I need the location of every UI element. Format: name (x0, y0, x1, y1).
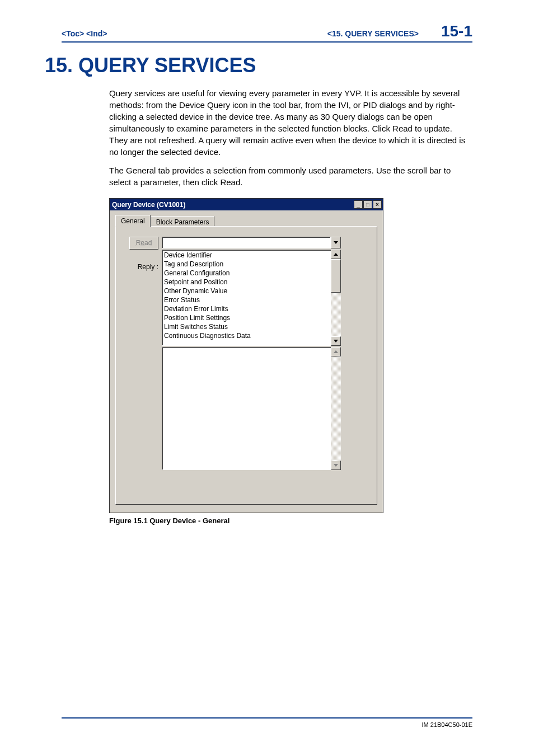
list-item[interactable]: Limit Switches Status (164, 322, 329, 331)
reply-label: Reply : (124, 263, 158, 271)
list-item[interactable]: General Configuration (164, 269, 329, 278)
tab-general[interactable]: General (115, 215, 151, 227)
tabs-row: General Block Parameters (115, 215, 377, 227)
chapter-title: 15. QUERY SERVICES (45, 54, 472, 77)
close-button[interactable]: × (373, 200, 382, 209)
list-item[interactable]: Other Dynamic Value (164, 287, 329, 295)
list-item[interactable]: Tag and Description (164, 260, 329, 269)
chevron-down-icon (334, 464, 338, 467)
list-item[interactable]: Device Identifier (164, 251, 329, 260)
chevron-down-icon (334, 340, 338, 342)
maximize-button[interactable]: □ (363, 200, 372, 209)
figure-caption: Figure 15.1 Query Device - General (109, 516, 383, 525)
chevron-down-icon (334, 241, 338, 244)
header-section-link[interactable]: <15. QUERY SERVICES> (327, 29, 419, 38)
intro-paragraph-2: The General tab provides a selection fro… (109, 165, 472, 188)
scroll-up-button-disabled (331, 347, 341, 356)
read-button[interactable]: Read (129, 237, 158, 250)
minimize-button[interactable]: _ (354, 200, 363, 209)
chevron-up-icon (334, 253, 338, 256)
dialog-title: Query Device (CV1001) (112, 201, 185, 209)
dialog-titlebar: Query Device (CV1001) _ □ × (110, 199, 383, 210)
reply-scrollbar (331, 347, 341, 470)
scroll-up-button[interactable] (331, 250, 341, 259)
page-header: <Toc> <Ind> <15. QUERY SERVICES> 15-1 (62, 22, 472, 43)
footer-doc-id: IM 21B04C50-01E (62, 721, 472, 728)
scroll-thumb[interactable] (331, 259, 341, 293)
header-toc-ind-links[interactable]: <Toc> <Ind> (62, 29, 107, 38)
parameter-combobox-input[interactable] (162, 237, 331, 248)
scroll-down-button[interactable] (331, 336, 341, 346)
scroll-down-button-disabled (331, 461, 341, 470)
parameter-combobox-dropdown-button[interactable] (331, 237, 341, 248)
chevron-up-icon (334, 350, 338, 353)
list-item[interactable]: Setpoint and Position (164, 278, 329, 287)
query-device-dialog: Query Device (CV1001) _ □ × General Bloc… (109, 198, 383, 513)
list-item[interactable]: Error Status (164, 295, 329, 304)
reply-textarea[interactable] (162, 347, 331, 470)
intro-paragraph-1: Query services are useful for viewing ev… (109, 87, 472, 158)
list-item[interactable]: Continuous Diagnostics Data (164, 331, 329, 340)
listbox-scrollbar[interactable] (331, 250, 341, 346)
parameter-listbox[interactable]: Device Identifier Tag and Description Ge… (162, 250, 331, 346)
list-item[interactable]: Deviation Error Limits (164, 304, 329, 313)
list-item[interactable]: Position Limit Settings (164, 313, 329, 322)
tab-panel-general: Read Reply : (115, 226, 377, 505)
page-footer: IM 21B04C50-01E (62, 717, 472, 728)
tab-block-parameters[interactable]: Block Parameters (151, 216, 215, 227)
page-number: 15-1 (441, 22, 472, 40)
